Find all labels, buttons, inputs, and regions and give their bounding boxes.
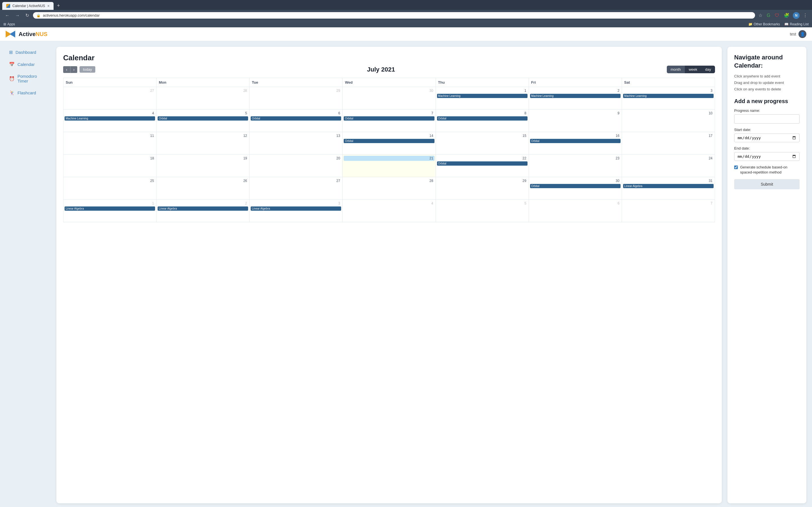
address-bar[interactable]: 🔒 activenus.herokuapp.com/calendar bbox=[33, 12, 755, 18]
view-day-button[interactable]: day bbox=[701, 66, 715, 73]
calendar-cell-3-6[interactable]: 24 bbox=[622, 155, 715, 177]
calendar-cell-2-6[interactable]: 17 bbox=[622, 132, 715, 155]
calendar-cell-3-2[interactable]: 20 bbox=[250, 155, 343, 177]
calendar-cell-5-6[interactable]: 7 bbox=[622, 200, 715, 222]
calendar-cell-1-1[interactable]: 5Orbital bbox=[156, 110, 250, 132]
calendar-cell-2-4[interactable]: 15 bbox=[436, 132, 529, 155]
day-number: 8 bbox=[437, 111, 527, 116]
calendar-cell-2-1[interactable]: 12 bbox=[156, 132, 250, 155]
sidebar-item-flashcard[interactable]: 🃏 Flashcard bbox=[6, 87, 51, 98]
prev-month-button[interactable]: ‹ bbox=[63, 66, 70, 73]
calendar-cell-3-5[interactable]: 23 bbox=[529, 155, 622, 177]
logo: ActiveNUS bbox=[6, 31, 47, 38]
event-chip[interactable]: Machine Learning bbox=[64, 116, 155, 121]
back-button[interactable]: ← bbox=[3, 12, 11, 19]
calendar-cell-2-2[interactable]: 13 bbox=[250, 132, 343, 155]
calendar-cell-3-0[interactable]: 18 bbox=[63, 155, 156, 177]
sidebar-item-calendar[interactable]: 📅 Calendar bbox=[6, 59, 51, 70]
calendar-cell-0-6[interactable]: 3Machine Learning bbox=[622, 87, 715, 110]
calendar-cell-4-0[interactable]: 25 bbox=[63, 177, 156, 200]
event-chip[interactable]: Orbital bbox=[344, 116, 434, 121]
extensions-button[interactable]: 🧩 bbox=[783, 11, 791, 19]
add-progress-title: Add a new progress bbox=[734, 98, 800, 105]
calendar-cell-3-1[interactable]: 19 bbox=[156, 155, 250, 177]
event-chip[interactable]: Orbital bbox=[251, 116, 341, 121]
adblock-button[interactable]: 🛡 bbox=[774, 12, 780, 19]
calendar-cell-3-3[interactable]: 21 bbox=[343, 155, 436, 177]
calendar-cell-2-0[interactable]: 11 bbox=[63, 132, 156, 155]
refresh-button[interactable]: ↻ bbox=[24, 11, 31, 19]
calendar-cell-1-4[interactable]: 8Orbital bbox=[436, 110, 529, 132]
progress-name-label: Progress name: bbox=[734, 108, 800, 113]
spaced-repetition-checkbox[interactable] bbox=[734, 165, 738, 169]
today-button[interactable]: today bbox=[80, 66, 95, 73]
calendar-cell-1-6[interactable]: 10 bbox=[622, 110, 715, 132]
calendar-cell-0-3[interactable]: 30 bbox=[343, 87, 436, 110]
event-chip[interactable]: Orbital bbox=[344, 139, 434, 143]
sidebar-item-pomodoro-label: Pomodoro Timer bbox=[17, 74, 47, 83]
view-month-button[interactable]: month bbox=[667, 66, 685, 73]
reading-list[interactable]: 📖 Reading List bbox=[784, 22, 809, 26]
end-date-input[interactable] bbox=[734, 152, 800, 161]
calendar-cell-4-2[interactable]: 27 bbox=[250, 177, 343, 200]
calendar-cell-1-0[interactable]: 4Machine Learning bbox=[63, 110, 156, 132]
event-chip[interactable]: Orbital bbox=[158, 116, 248, 121]
calendar-cell-0-5[interactable]: 2Machine Learning bbox=[529, 87, 622, 110]
calendar-cell-5-5[interactable]: 6 bbox=[529, 200, 622, 222]
start-date-input[interactable] bbox=[734, 133, 800, 142]
calendar-cell-2-3[interactable]: 14Orbital bbox=[343, 132, 436, 155]
tab-close-button[interactable]: × bbox=[47, 4, 50, 8]
day-number: 28 bbox=[158, 88, 248, 93]
event-chip[interactable]: Linear Algebra bbox=[64, 207, 155, 211]
calendar-cell-5-2[interactable]: 3Linear Algebra bbox=[250, 200, 343, 222]
calendar-cell-0-0[interactable]: 27 bbox=[63, 87, 156, 110]
calendar-cell-5-0[interactable]: 1Linear Algebra bbox=[63, 200, 156, 222]
event-chip[interactable]: Machine Learning bbox=[530, 94, 620, 98]
calendar-cell-4-1[interactable]: 26 bbox=[156, 177, 250, 200]
active-tab[interactable]: Calendar | ActiveNUS × bbox=[2, 2, 54, 10]
user-avatar[interactable]: 👤 bbox=[799, 30, 806, 38]
menu-button[interactable]: ⋮ bbox=[802, 11, 809, 19]
calendar-cell-0-2[interactable]: 29 bbox=[250, 87, 343, 110]
forward-button[interactable]: → bbox=[13, 12, 21, 19]
calendar-cell-4-3[interactable]: 28 bbox=[343, 177, 436, 200]
next-month-button[interactable]: › bbox=[70, 66, 78, 73]
calendar-cell-1-2[interactable]: 6Orbital bbox=[250, 110, 343, 132]
profile-button[interactable]: N bbox=[793, 12, 800, 19]
event-chip[interactable]: Linear Algebra bbox=[251, 207, 341, 211]
progress-name-input[interactable] bbox=[734, 114, 800, 124]
calendar-cell-0-1[interactable]: 28 bbox=[156, 87, 250, 110]
spaced-repetition-label[interactable]: Generate schedule based-on spaced-repeti… bbox=[740, 165, 800, 175]
day-number: 11 bbox=[64, 133, 155, 138]
new-tab-button[interactable]: + bbox=[55, 2, 62, 10]
event-chip[interactable]: Orbital bbox=[437, 161, 527, 166]
calendar-cell-0-4[interactable]: 1Machine Learning bbox=[436, 87, 529, 110]
grammarly-button[interactable]: G bbox=[766, 12, 771, 19]
event-chip[interactable]: Machine Learning bbox=[623, 94, 714, 98]
calendar-cell-3-4[interactable]: 22Orbital bbox=[436, 155, 529, 177]
apps-bookmark[interactable]: ⊞ Apps bbox=[3, 22, 15, 26]
other-bookmarks[interactable]: 📁 Other Bookmarks bbox=[748, 22, 780, 26]
calendar-cell-5-4[interactable]: 5 bbox=[436, 200, 529, 222]
calendar-cell-2-5[interactable]: 16Orbital bbox=[529, 132, 622, 155]
event-chip[interactable]: Orbital bbox=[530, 184, 620, 188]
day-number: 19 bbox=[158, 156, 248, 161]
calendar-cell-5-3[interactable]: 4 bbox=[343, 200, 436, 222]
event-chip[interactable]: Orbital bbox=[437, 116, 527, 121]
event-chip[interactable]: Orbital bbox=[530, 139, 620, 143]
calendar-cell-1-5[interactable]: 9 bbox=[529, 110, 622, 132]
event-chip[interactable]: Linear Algebra bbox=[623, 184, 714, 188]
calendar-cell-1-3[interactable]: 7Orbital bbox=[343, 110, 436, 132]
event-chip[interactable]: Linear Algebra bbox=[158, 207, 248, 211]
sidebar-item-dashboard[interactable]: ⊞ Dashboard bbox=[6, 47, 51, 58]
calendar-cell-4-4[interactable]: 29 bbox=[436, 177, 529, 200]
event-chip[interactable]: Machine Learning bbox=[437, 94, 527, 98]
calendar-cell-4-5[interactable]: 30Orbital bbox=[529, 177, 622, 200]
sidebar-item-pomodoro[interactable]: ⏰ Pomodoro Timer bbox=[6, 71, 51, 86]
calendar-cell-5-1[interactable]: 2Linear Algebra bbox=[156, 200, 250, 222]
submit-button[interactable]: Submit bbox=[734, 179, 800, 189]
day-number: 20 bbox=[251, 156, 341, 161]
view-week-button[interactable]: week bbox=[685, 66, 701, 73]
star-button[interactable]: ☆ bbox=[757, 11, 763, 19]
calendar-cell-4-6[interactable]: 31Linear Algebra bbox=[622, 177, 715, 200]
